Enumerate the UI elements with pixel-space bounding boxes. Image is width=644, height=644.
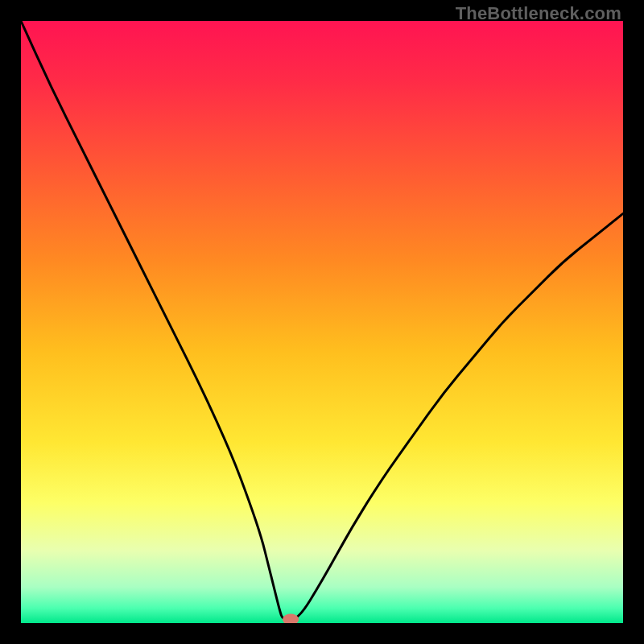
- gradient-background: [21, 21, 623, 623]
- plot-frame: [21, 21, 623, 623]
- watermark-text: TheBottleneck.com: [456, 3, 621, 24]
- chart-svg: [21, 21, 623, 623]
- chart-outer-frame: TheBottleneck.com: [0, 0, 644, 644]
